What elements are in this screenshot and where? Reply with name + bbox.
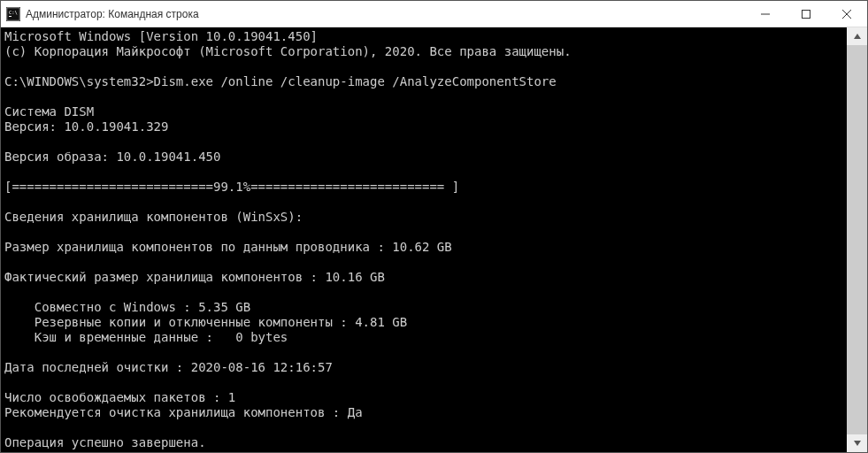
window-title: Администратор: Командная строка xyxy=(26,8,199,20)
svg-rect-5 xyxy=(803,10,810,18)
svg-marker-8 xyxy=(854,34,861,39)
output-line: Резервные копии и отключенные компоненты… xyxy=(4,315,407,329)
output-line: Дата последней очистки : 2020-08-16 12:1… xyxy=(4,360,333,374)
scroll-down-button[interactable] xyxy=(847,434,867,452)
output-line: Размер хранилища компонентов по данным п… xyxy=(4,240,452,254)
window-controls xyxy=(745,1,867,27)
svg-rect-3 xyxy=(9,16,12,17)
titlebar-left: C:\ Администратор: Командная строка xyxy=(1,7,199,21)
close-button[interactable] xyxy=(826,1,867,27)
scroll-up-button[interactable] xyxy=(847,27,867,45)
output-line: Версия образа: 10.0.19041.450 xyxy=(4,150,220,164)
output-line: Сведения хранилища компонентов (WinSxS): xyxy=(4,210,303,224)
output-line: Совместно с Windows : 5.35 GB xyxy=(4,300,250,314)
output-line: Рекомендуется очистка хранилища компонен… xyxy=(4,405,363,419)
output-line: C:\WINDOWS\system32>Dism.exe /online /cl… xyxy=(4,74,557,88)
output-line: [===========================99.1%=======… xyxy=(4,180,459,194)
output-line: (c) Корпорация Майкрософт (Microsoft Cor… xyxy=(4,44,572,58)
output-line: Фактический размер хранилища компонентов… xyxy=(4,270,385,284)
terminal-output[interactable]: Microsoft Windows [Version 10.0.19041.45… xyxy=(1,27,847,452)
output-line: Cистема DISM xyxy=(4,104,94,119)
output-line: Число освобождаемых пакетов : 1 xyxy=(4,390,235,404)
minimize-button[interactable] xyxy=(745,1,786,27)
titlebar[interactable]: C:\ Администратор: Командная строка xyxy=(1,1,867,27)
output-line: Версия: 10.0.19041.329 xyxy=(4,119,168,134)
output-line: Операция успешно завершена. xyxy=(4,435,206,449)
svg-text:C:\: C:\ xyxy=(9,10,18,15)
terminal-area: Microsoft Windows [Version 10.0.19041.45… xyxy=(1,27,867,452)
cmd-icon: C:\ xyxy=(6,7,20,21)
maximize-button[interactable] xyxy=(786,1,826,27)
scrollbar-thumb[interactable] xyxy=(847,45,867,434)
window-frame: C:\ Администратор: Командная строка Micr… xyxy=(0,0,868,453)
vertical-scrollbar[interactable] xyxy=(847,27,867,452)
output-line: Кэш и временные данные : 0 bytes xyxy=(4,330,288,344)
scrollbar-track[interactable] xyxy=(847,45,867,434)
output-line: Microsoft Windows [Version 10.0.19041.45… xyxy=(4,29,318,43)
svg-marker-9 xyxy=(854,441,861,446)
